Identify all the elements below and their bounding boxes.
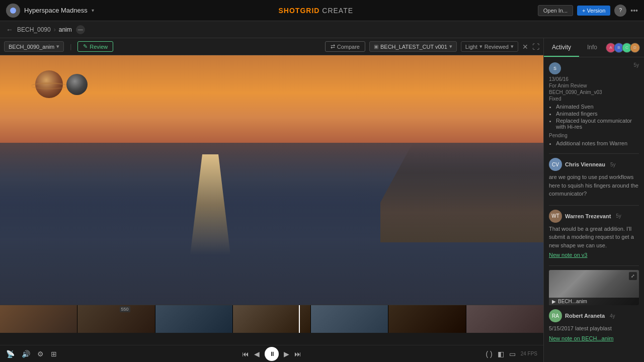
app-menu-chevron[interactable]: ▾	[92, 8, 94, 13]
compare-button[interactable]: ⇄ Compare	[325, 41, 365, 52]
comment-avatar-2: WT	[549, 210, 562, 223]
panel-avatar-4: D	[630, 43, 640, 53]
next-frame-button[interactable]: ▶	[284, 350, 289, 358]
pending-items-list: Additional notes from Warren	[549, 140, 639, 146]
help-icon-button[interactable]: ?	[614, 5, 626, 17]
filter-icon[interactable]: ⊞	[51, 350, 57, 358]
open-in-button[interactable]: Open In...	[538, 5, 573, 16]
annotate-icon[interactable]: ◧	[498, 350, 504, 358]
video-toolbar: BECH_0090_anim ▾ | ✎ Review ⇄ Compare ▣ …	[0, 38, 543, 55]
film-thumb-5[interactable]	[311, 305, 388, 333]
skip-to-start-button[interactable]: ⏮	[242, 350, 249, 358]
version-selector[interactable]: BECH_0090_anim ▾	[4, 41, 64, 52]
video-thumbnail-block[interactable]: ▶ BECH...anim ⤢	[549, 270, 639, 305]
film-thumb-6[interactable]	[388, 305, 465, 333]
comment-link-3[interactable]: New note on BECH...anim	[549, 335, 613, 341]
comment-author-name-3: Robert Araneta	[565, 313, 605, 319]
comment-entry-2: WT Warren Trezevant 5y That would be a g…	[549, 210, 639, 259]
film-thumb-1[interactable]	[0, 305, 77, 333]
cut-selector[interactable]: ▣ BECH_LATEST_CUT v001 ▾	[369, 41, 457, 52]
planet-main	[35, 70, 63, 98]
planet-moon	[66, 74, 88, 95]
pending-label: Pending	[549, 133, 639, 138]
divider-2	[549, 205, 639, 206]
film-thumb-3[interactable]	[155, 305, 232, 333]
ctrl-left-group: 📡 🔊 ⚙ ⊞	[6, 350, 183, 358]
tab-activity[interactable]: Activity	[544, 38, 579, 57]
pause-icon: ⏸	[269, 350, 275, 357]
film-thumb-7[interactable]	[466, 305, 543, 333]
activity-feed[interactable]: S 5y 13/06/16 For Anim Review BECH_0090_…	[544, 57, 644, 362]
breadcrumb: BECH_0090 › anim	[17, 26, 72, 33]
comment-author-name-1: Chris Vienneau	[565, 161, 605, 167]
close-toolbar-button[interactable]: ✕	[522, 43, 528, 51]
filmstrip-area[interactable]: 550	[0, 305, 543, 345]
video-panel: BECH_0090_anim ▾ | ✎ Review ⇄ Compare ▣ …	[0, 38, 543, 362]
top-bar-left: Hyperspace Madness ▾	[6, 4, 94, 18]
comment-avatar-3: RA	[549, 309, 562, 322]
comment-entry-1: CV Chris Vienneau 5y are we going to use…	[549, 158, 639, 198]
activity-items-list: Animated Sven Animated fingers Replaced …	[549, 104, 639, 130]
playback-controls: 📡 🔊 ⚙ ⊞ ⏮ ◀ ⏸ ▶ ⏭ ( ) ◧ ▭ 24 FPS	[0, 345, 543, 362]
main-activity-entry: S 5y 13/06/16 For Anim Review BECH_0090_…	[549, 62, 639, 146]
light-selector[interactable]: Light ▾ Reviewed ▾	[461, 41, 518, 52]
main-content: BECH_0090_anim ▾ | ✎ Review ⇄ Compare ▣ …	[0, 38, 644, 362]
activity-item-3: Replaced layout communicator with Hi-res	[556, 118, 639, 130]
main-activity-time: 5y	[633, 62, 639, 68]
breadcrumb-current: anim	[59, 26, 72, 33]
divider-3	[549, 265, 639, 266]
top-bar-center: SHOTGRID CREATE	[279, 7, 354, 15]
back-button[interactable]: ←	[6, 26, 13, 34]
activity-date: 13/06/16	[549, 76, 639, 82]
activity-context: For Anim Review	[549, 83, 639, 88]
activity-item-2: Animated fingers	[556, 111, 639, 117]
film-playhead	[299, 305, 300, 333]
comment-text-1: are we going to use psd workflows here t…	[549, 173, 639, 198]
pause-button[interactable]: ⏸	[265, 347, 279, 361]
prev-frame-button[interactable]: ◀	[254, 350, 260, 358]
video-area[interactable]	[0, 55, 543, 305]
top-bar-right: Open In... + Version ? •••	[538, 5, 638, 17]
activity-version: BECH_0090_Anim_v03	[549, 89, 639, 95]
comment-link-2[interactable]: New note on v3	[549, 252, 587, 258]
top-bar: Hyperspace Madness ▾ SHOTGRID CREATE Ope…	[0, 0, 644, 21]
ctrl-right-group: ( ) ◧ ▭ 24 FPS	[360, 350, 537, 358]
nav-bar: ← BECH_0090 › anim —	[0, 21, 644, 38]
tab-info[interactable]: Info	[579, 38, 605, 57]
panel-tabs: Activity Info A B C D	[544, 38, 644, 57]
fullscreen-button[interactable]: ⛶	[532, 43, 539, 51]
pending-item-1: Additional notes from Warren	[556, 140, 639, 146]
comment-time-2: 5y	[616, 213, 621, 219]
comment-author-3: RA Robert Araneta 4y	[549, 309, 639, 322]
comment-author-name-2: Warren Trezevant	[565, 213, 611, 219]
comment-author-2: WT Warren Trezevant 5y	[549, 210, 639, 223]
comment-time-3: 4y	[610, 313, 615, 319]
video-thumb-expand-button[interactable]: ⤢	[629, 272, 637, 280]
breadcrumb-separator: ›	[54, 26, 56, 33]
settings-icon[interactable]: ⚙	[37, 350, 44, 358]
play-small-icon: ▶	[552, 299, 556, 304]
loop-icon[interactable]: ( )	[486, 350, 492, 358]
film-thumb-2[interactable]	[77, 305, 154, 333]
filmstrip-row	[0, 305, 543, 333]
video-thumb-label: ▶ BECH...anim	[549, 298, 639, 305]
skip-to-end-button[interactable]: ⏭	[294, 350, 301, 358]
volume-icon[interactable]: 🔊	[22, 350, 30, 358]
activity-status: Fixed	[549, 96, 639, 102]
version-button[interactable]: + Version	[577, 6, 610, 16]
comment-entry-3: RA Robert Araneta 4y 5/15/2017 latest pl…	[549, 309, 639, 342]
broadcast-icon[interactable]: 📡	[6, 350, 15, 358]
shotgrid-logo: SHOTGRID CREATE	[279, 7, 354, 15]
crop-icon[interactable]: ▭	[509, 350, 516, 358]
comment-avatar-1: CV	[549, 158, 562, 171]
breadcrumb-menu-button[interactable]: —	[76, 25, 85, 34]
fps-label: 24 FPS	[521, 351, 537, 356]
more-options-button[interactable]: •••	[630, 7, 638, 15]
panel-tab-avatars: A B C D	[608, 43, 644, 53]
app-avatar[interactable]	[6, 4, 20, 18]
review-button[interactable]: ✎ Review	[77, 41, 113, 52]
app-title: Hyperspace Madness	[24, 7, 88, 14]
divider-1	[549, 153, 639, 154]
breadcrumb-parent[interactable]: BECH_0090	[17, 26, 51, 33]
activity-header: S 5y	[549, 62, 639, 74]
